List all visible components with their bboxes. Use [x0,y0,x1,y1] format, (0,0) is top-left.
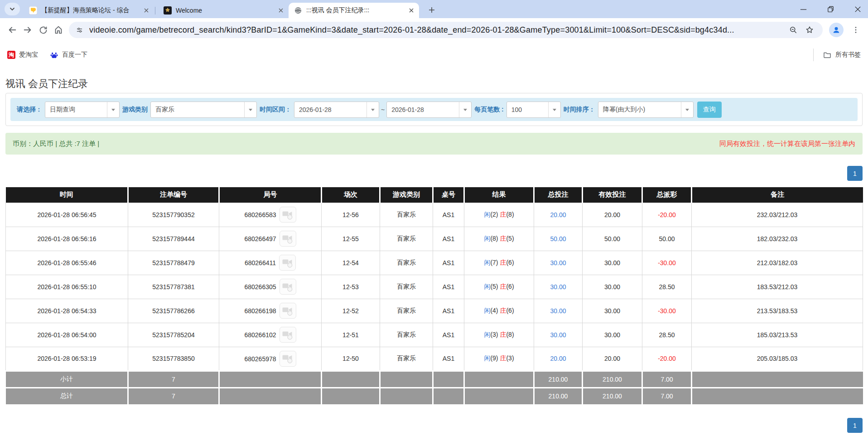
column-header-2: 局号 [219,187,322,203]
all-bookmarks[interactable]: 所有书签 [813,48,861,61]
cell-time: 2026-01-28 06:56:45 [6,203,128,227]
tab-close-icon[interactable] [142,6,150,15]
tab-welcome[interactable]: Welcome [158,3,289,18]
column-header-9: 总派彩 [642,187,692,203]
date-end-select[interactable]: 2026-01-28 [386,102,472,118]
minimize-button[interactable] [799,5,808,14]
bookmark-taobao[interactable]: 淘 爱淘宝 [7,51,38,59]
forum-favicon-icon [29,6,37,15]
pagination-top: 1 [5,166,863,181]
video-replay-button[interactable] [280,351,296,367]
cell-time: 2026-01-28 06:56:16 [6,227,128,251]
cell-session: 12-56 [322,203,380,227]
profile-avatar[interactable] [829,23,844,37]
subtotal-cell-4 [380,371,433,388]
search-button[interactable]: 查询 [697,102,722,118]
total-bet-link[interactable]: 30.00 [550,307,566,315]
cell-game-type: 百家乐 [380,227,433,251]
date-start-select[interactable]: 2026-01-28 [294,102,379,118]
forward-button[interactable] [20,22,35,38]
video-replay-button[interactable] [280,279,296,295]
subtotal-row: 小计7210.00210.007.00 [6,371,863,388]
per-page-select[interactable]: 100 [506,102,561,118]
cell-round: 680266583 [219,203,322,227]
url-text[interactable]: videoie.com/game/betrecord_search/kind3?… [89,25,784,35]
tab-close-icon[interactable] [277,6,285,15]
cell-game-type: 百家乐 [380,275,433,299]
cell-table-no: AS1 [433,275,464,299]
zoom-icon[interactable] [786,23,800,37]
browser-chrome: 【新提醒】海燕策略论坛 - 综合 Welcome :::视讯 会员下注纪录::: [0,0,868,68]
maximize-button[interactable] [826,5,835,14]
column-header-10: 备注 [692,187,863,203]
chevron-down-icon [107,102,119,117]
new-tab-button[interactable] [425,4,438,16]
game-type-select[interactable]: 百家乐 [150,102,257,118]
cell-remark: 183.53/212.03 [692,275,863,299]
round-number: 680266411 [245,259,276,267]
reload-button[interactable] [35,22,51,38]
time-range-label: 时间区间： [260,106,291,114]
address-bar[interactable]: videoie.com/game/betrecord_search/kind3?… [69,22,823,38]
cell-session: 12-53 [322,275,380,299]
bookmark-baidu[interactable]: 百度一下 [50,51,87,59]
sort-select[interactable]: 降幂(由大到小) [598,102,694,118]
cell-valid-bet: 20.00 [583,203,642,227]
cell-remark: 205.03/185.03 [692,347,863,371]
bookmark-star-icon[interactable] [803,23,816,37]
round-number: 680266305 [244,283,276,291]
total-bet-link[interactable]: 30.00 [550,283,566,291]
tab-title: Welcome [176,7,273,14]
cell-round: 680266411 [219,251,322,275]
round-number: 680266102 [244,331,276,339]
result-banker: 庄 [500,259,506,266]
result-player: 闲 [484,235,490,242]
total-bet-link[interactable]: 20.00 [550,355,566,362]
total-bet-link[interactable]: 50.00 [550,235,566,242]
cell-game-type: 百家乐 [380,203,433,227]
close-button[interactable] [853,5,862,14]
per-page-label: 每页笔数 : [474,106,504,114]
video-replay-button[interactable] [280,327,296,343]
video-replay-icon [282,305,294,316]
home-button[interactable] [51,22,66,38]
cell-payout: -20.00 [642,203,692,227]
query-type-select[interactable]: 日期查询 [45,102,120,118]
result-player: 闲 [484,283,490,290]
browser-toolbar: videoie.com/game/betrecord_search/kind3?… [0,18,868,42]
site-settings-icon[interactable] [75,26,84,34]
video-replay-button[interactable] [279,255,296,271]
result-player: 闲 [484,354,490,362]
cell-bet-id: 523157783850 [128,347,219,371]
video-replay-icon [282,281,294,292]
subtotal-cell-10 [692,371,863,388]
video-replay-button[interactable] [280,207,296,223]
total-cell-3 [322,388,380,404]
video-replay-button[interactable] [280,303,296,319]
cell-remark: 185.03/213.53 [692,323,863,347]
result-banker: 庄 [500,307,506,314]
tab-search-button[interactable] [5,3,20,15]
bet-row-5: 2026-01-28 06:54:00523157785204680266102… [6,323,863,347]
total-bet-link[interactable]: 30.00 [550,331,566,339]
tab-close-icon[interactable] [407,6,415,15]
bet-row-1: 2026-01-28 06:56:16523157789444680266497… [6,227,863,251]
tab-forum[interactable]: 【新提醒】海燕策略论坛 - 综合 [24,3,154,18]
video-replay-button[interactable] [280,231,296,247]
chevron-down-icon [9,5,16,13]
back-button[interactable] [5,22,20,38]
cell-table-no: AS1 [433,347,464,371]
cell-bet-id: 523157786266 [128,299,219,323]
cell-result: 闲(4) 庄(6) [464,299,534,323]
page-1-button[interactable]: 1 [847,166,863,181]
video-replay-icon [282,353,294,364]
total-bet-link[interactable]: 30.00 [550,259,566,267]
total-bet-link[interactable]: 20.00 [550,211,566,218]
cell-remark: 182.03/232.03 [692,227,863,251]
menu-kebab-icon[interactable] [848,22,863,38]
total-row: 总计7210.00210.007.00 [6,388,863,404]
tab-betrecord-active[interactable]: :::视讯 会员下注纪录::: [289,3,419,18]
chevron-down-icon [681,102,693,117]
cell-payout: 28.50 [642,275,692,299]
page-1-button[interactable]: 1 [847,418,863,433]
